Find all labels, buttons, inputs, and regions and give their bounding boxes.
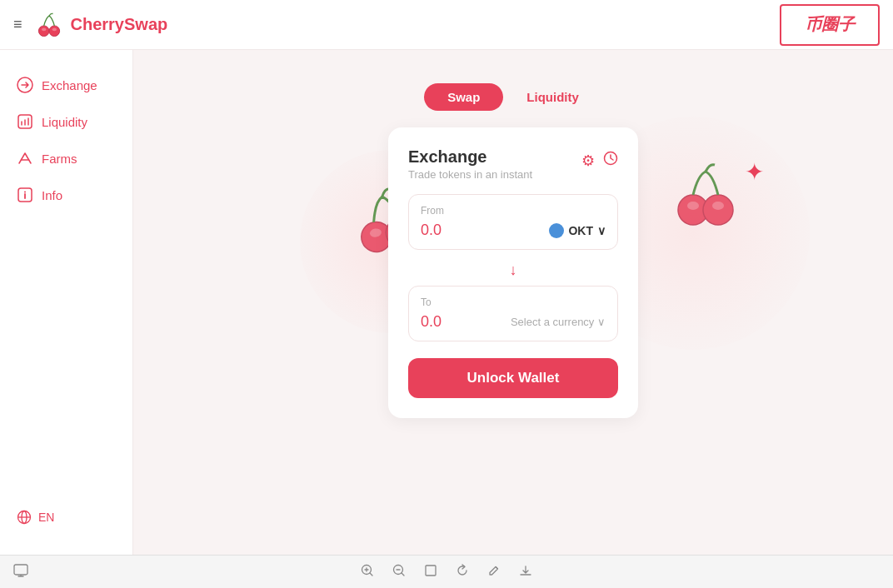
exchange-icon [17,77,33,93]
from-token-selector[interactable]: OKT ∨ [549,223,606,238]
okt-dot-icon [549,223,564,238]
sidebar-item-info[interactable]: Info [0,177,132,213]
svg-point-19 [712,202,724,210]
unlock-wallet-button[interactable]: Unlock Wallet [408,358,618,398]
menu-icon[interactable]: ≡ [13,16,22,33]
svg-point-18 [687,202,699,210]
refresh-button[interactable] [452,562,472,581]
svg-rect-24 [426,566,436,576]
to-label: To [421,296,606,308]
sidebar-language[interactable]: EN [0,496,132,538]
sidebar-label-info: Info [42,188,62,202]
svg-point-17 [703,195,733,225]
sidebar-label-farms: Farms [42,152,77,166]
to-token-row: Select a currency ∨ [421,313,606,331]
monitor-icon [13,563,28,581]
tabs-container: Swap Liquidity [133,83,893,111]
card-header: Exchange Trade tokens in an instant ⚙ [408,147,618,181]
card-title: Exchange [408,147,532,167]
sparkle-icon: ✦ [745,158,764,186]
cherry-decoration-right [668,158,743,247]
card-subtitle: Trade tokens in an instant [408,168,532,181]
sidebar-label-liquidity: Liquidity [42,115,87,129]
from-token-box: From OKT ∨ [408,194,618,250]
to-token-chevron: ∨ [597,316,606,328]
to-currency-selector[interactable]: Select a currency ∨ [511,316,606,328]
to-amount-input[interactable] [421,313,487,331]
zoom-out-button[interactable] [389,562,409,581]
history-button[interactable] [603,151,618,170]
from-amount-input[interactable] [421,222,487,239]
sidebar-items: Exchange Liquidity Farms [0,67,132,496]
logo-area: CherrySwap [34,10,168,40]
watermark-box: 币圈子 [780,4,880,46]
watermark-text: 币圈子 [805,13,855,36]
liquidity-icon [17,113,33,130]
from-label: From [421,205,606,217]
swap-arrow-container: ↓ [408,255,618,286]
swap-direction-arrow[interactable]: ↓ [510,262,517,279]
cherry-logo-icon [34,10,64,40]
farms-icon [17,150,33,167]
svg-point-9 [24,192,26,193]
download-button[interactable] [516,562,536,581]
sidebar-label-exchange: Exchange [42,78,97,92]
edit-button[interactable] [484,562,504,581]
history-icon [603,151,618,166]
sidebar: Exchange Liquidity Farms [0,50,133,555]
language-label: EN [38,511,54,524]
from-token-name: OKT [568,224,593,237]
from-token-chevron: ∨ [597,224,606,237]
info-icon [17,187,33,203]
svg-point-3 [52,27,56,31]
exchange-card: Exchange Trade tokens in an instant ⚙ Fr… [388,127,638,418]
bottom-bar [0,555,893,588]
select-currency-label: Select a currency [511,316,594,328]
settings-button[interactable]: ⚙ [581,152,595,170]
bottom-bar-left [13,563,28,581]
card-title-area: Exchange Trade tokens in an instant [408,147,532,181]
tab-swap[interactable]: Swap [424,83,503,111]
topbar-right: 币圈子 [780,4,880,46]
svg-rect-21 [14,565,27,575]
main-content: ✦ Swap Liquidity Exchange Trade tokens i… [133,50,893,555]
from-token-row: OKT ∨ [421,222,606,239]
to-token-box: To Select a currency ∨ [408,286,618,341]
tab-liquidity[interactable]: Liquidity [503,83,602,111]
sidebar-item-liquidity[interactable]: Liquidity [0,103,132,140]
svg-point-2 [42,27,46,31]
globe-icon [17,510,32,525]
sidebar-item-farms[interactable]: Farms [0,140,132,177]
logo-text: CherrySwap [71,15,168,34]
sidebar-item-exchange[interactable]: Exchange [0,67,132,103]
card-icons: ⚙ [581,151,618,170]
topbar: ≡ CherrySwap 币圈子 [0,0,893,50]
fit-screen-button[interactable] [421,562,441,581]
svg-point-14 [369,227,382,237]
svg-point-16 [678,195,708,225]
zoom-in-button[interactable] [357,562,377,581]
